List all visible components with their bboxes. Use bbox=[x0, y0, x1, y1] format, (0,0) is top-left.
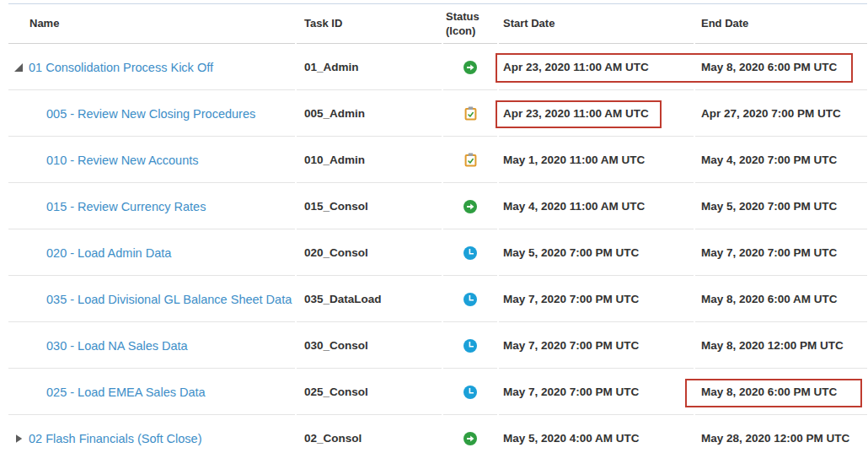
task-id-value: 025_Consol bbox=[304, 386, 368, 398]
task-id-value: 02_Consol bbox=[304, 432, 362, 445]
end-date-value: May 8, 2020 6:00 PM UTC bbox=[701, 61, 837, 73]
status-cell bbox=[443, 90, 497, 137]
task-id-value: 010_Admin bbox=[304, 154, 365, 166]
start-date-cell: May 7, 2020 7:00 PM UTC bbox=[499, 276, 694, 322]
clipboard-check-icon bbox=[463, 106, 478, 121]
task-name-cell: 010 - Review New Accounts bbox=[0, 137, 295, 183]
column-header-status-icon[interactable]: Status (Icon) bbox=[443, 4, 497, 44]
in-progress-arrow-icon bbox=[463, 60, 478, 74]
task-name-cell: 035 - Load Divisional GL Balance Sheet D… bbox=[0, 276, 295, 322]
task-row: 020 - Load Admin Data 020_Consol May 5, … bbox=[0, 229, 868, 276]
end-date-value: May 4, 2020 7:00 PM UTC bbox=[701, 154, 837, 166]
status-cell bbox=[443, 229, 497, 276]
in-progress-arrow-icon bbox=[463, 199, 478, 213]
task-name-cell: 015 - Review Currency Rates bbox=[0, 183, 295, 229]
start-date-cell: May 5, 2020 4:00 AM UTC bbox=[499, 415, 694, 453]
task-id-cell: 015_Consol bbox=[297, 183, 442, 229]
in-progress-arrow-icon bbox=[463, 431, 478, 445]
start-date-value: May 7, 2020 7:00 PM UTC bbox=[503, 386, 639, 398]
task-grid: Name Task ID Status (Icon) Start Date En… bbox=[0, 4, 868, 453]
status-cell bbox=[443, 276, 497, 322]
task-id-value: 035_DataLoad bbox=[304, 293, 382, 305]
end-date-cell: May 8, 2020 6:00 PM UTC bbox=[695, 44, 867, 90]
end-date-value: Apr 27, 2020 7:00 PM UTC bbox=[701, 107, 841, 120]
end-date-value: May 7, 2020 7:00 PM UTC bbox=[701, 246, 837, 259]
task-name-link[interactable]: 010 - Review New Accounts bbox=[46, 154, 199, 167]
task-name-link[interactable]: 030 - Load NA Sales Data bbox=[46, 339, 188, 353]
task-name-link[interactable]: 035 - Load Divisional GL Balance Sheet D… bbox=[46, 293, 292, 306]
table-body: 01 Consolidation Process Kick Off 01_Adm… bbox=[0, 44, 868, 453]
status-cell bbox=[443, 322, 497, 369]
task-id-cell: 005_Admin bbox=[297, 90, 442, 137]
task-id-cell: 020_Consol bbox=[297, 229, 442, 276]
start-date-value: May 7, 2020 7:00 PM UTC bbox=[503, 339, 639, 352]
end-date-cell: May 4, 2020 7:00 PM UTC bbox=[695, 137, 867, 183]
task-id-cell: 035_DataLoad bbox=[297, 276, 442, 322]
start-date-cell: Apr 23, 2020 11:00 AM UTC bbox=[499, 90, 694, 137]
start-date-value: May 1, 2020 11:00 AM UTC bbox=[503, 154, 645, 166]
task-name-link[interactable]: 02 Flash Financials (Soft Close) bbox=[29, 432, 202, 445]
end-date-value: May 8, 2020 6:00 AM UTC bbox=[701, 293, 838, 305]
task-row: 030 - Load NA Sales Data 030_Consol May … bbox=[0, 322, 868, 369]
task-name-cell: 030 - Load NA Sales Data bbox=[0, 322, 295, 369]
start-date-cell: Apr 23, 2020 11:00 AM UTC bbox=[499, 44, 694, 90]
task-name-link[interactable]: 015 - Review Currency Rates bbox=[46, 200, 206, 213]
task-id-value: 005_Admin bbox=[304, 107, 365, 120]
status-cell bbox=[443, 369, 497, 415]
task-id-value: 030_Consol bbox=[304, 339, 368, 352]
column-header-start-date[interactable]: Start Date bbox=[499, 4, 694, 44]
task-id-value: 020_Consol bbox=[304, 246, 368, 259]
start-date-value: May 7, 2020 7:00 PM UTC bbox=[503, 293, 639, 305]
task-name-link[interactable]: 020 - Load Admin Data bbox=[46, 246, 171, 260]
status-cell bbox=[443, 137, 497, 183]
end-date-cell: May 8, 2020 12:00 PM UTC bbox=[695, 322, 867, 369]
clock-pending-icon bbox=[463, 338, 478, 353]
start-date-value: May 4, 2020 11:00 AM UTC bbox=[503, 200, 645, 213]
task-name-cell: 02 Flash Financials (Soft Close) bbox=[0, 415, 295, 453]
task-id-cell: 02_Consol bbox=[297, 415, 442, 453]
task-name-cell: 01 Consolidation Process Kick Off bbox=[0, 44, 295, 90]
task-row: 02 Flash Financials (Soft Close) 02_Cons… bbox=[0, 415, 868, 453]
task-row: 010 - Review New Accounts 010_Admin May … bbox=[0, 137, 868, 183]
task-name-link[interactable]: 025 - Load EMEA Sales Data bbox=[46, 386, 206, 399]
status-cell bbox=[443, 44, 497, 90]
expand-toggle-icon[interactable] bbox=[14, 434, 23, 443]
start-date-cell: May 5, 2020 7:00 PM UTC bbox=[499, 229, 694, 276]
column-header-task-id[interactable]: Task ID bbox=[297, 4, 442, 44]
end-date-cell: May 5, 2020 7:00 PM UTC bbox=[695, 183, 867, 229]
status-cell bbox=[443, 183, 497, 229]
task-id-cell: 025_Consol bbox=[297, 369, 442, 415]
task-name-cell: 020 - Load Admin Data bbox=[0, 229, 295, 276]
clock-pending-icon bbox=[463, 385, 478, 399]
expand-toggle-icon[interactable] bbox=[14, 63, 23, 72]
task-schedule-table: Name Task ID Status (Icon) Start Date En… bbox=[0, 0, 868, 453]
task-id-cell: 010_Admin bbox=[297, 137, 442, 183]
end-date-value: May 8, 2020 6:00 PM UTC bbox=[701, 386, 837, 398]
start-date-cell: May 7, 2020 7:00 PM UTC bbox=[499, 369, 694, 415]
task-name-link[interactable]: 01 Consolidation Process Kick Off bbox=[29, 61, 213, 74]
task-row: 035 - Load Divisional GL Balance Sheet D… bbox=[0, 276, 868, 322]
clipboard-check-icon bbox=[463, 153, 478, 167]
task-row: 015 - Review Currency Rates 015_Consol M… bbox=[0, 183, 868, 229]
start-date-value: May 5, 2020 4:00 AM UTC bbox=[503, 432, 640, 445]
end-date-value: May 5, 2020 7:00 PM UTC bbox=[701, 200, 837, 213]
column-header-end-date[interactable]: End Date bbox=[695, 4, 867, 44]
task-id-cell: 030_Consol bbox=[297, 322, 442, 369]
clock-pending-icon bbox=[463, 245, 478, 260]
column-header-name[interactable]: Name bbox=[0, 4, 295, 44]
end-date-cell: May 8, 2020 6:00 PM UTC bbox=[695, 369, 867, 415]
task-id-value: 01_Admin bbox=[304, 61, 359, 73]
end-date-cell: May 7, 2020 7:00 PM UTC bbox=[695, 229, 867, 276]
end-date-cell: Apr 27, 2020 7:00 PM UTC bbox=[695, 90, 867, 137]
start-date-cell: May 1, 2020 11:00 AM UTC bbox=[499, 137, 694, 183]
task-row: 01 Consolidation Process Kick Off 01_Adm… bbox=[0, 44, 868, 90]
task-row: 005 - Review New Closing Procedures 005_… bbox=[0, 90, 868, 137]
clock-pending-icon bbox=[463, 292, 478, 306]
start-date-cell: May 7, 2020 7:00 PM UTC bbox=[499, 322, 694, 369]
end-date-value: May 8, 2020 12:00 PM UTC bbox=[701, 339, 844, 352]
task-name-cell: 005 - Review New Closing Procedures bbox=[0, 90, 295, 137]
start-date-value: Apr 23, 2020 11:00 AM UTC bbox=[503, 107, 649, 120]
task-name-link[interactable]: 005 - Review New Closing Procedures bbox=[46, 107, 255, 121]
start-date-value: May 5, 2020 7:00 PM UTC bbox=[503, 246, 639, 259]
status-cell bbox=[443, 415, 497, 453]
